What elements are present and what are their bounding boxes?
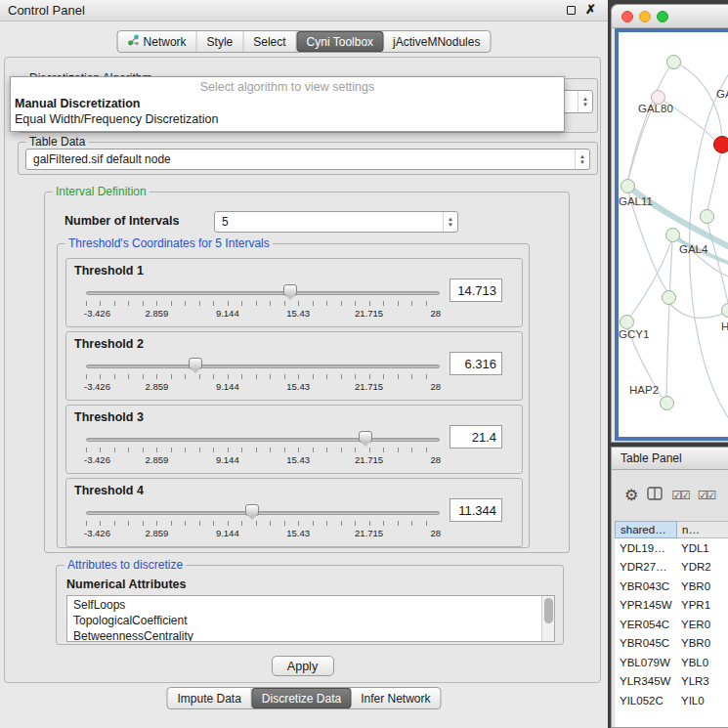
close-icon[interactable]: ✗ (585, 2, 596, 17)
dropdown-item-manual-discretization[interactable]: Manual Discretization (11, 96, 564, 111)
network-node[interactable] (621, 179, 635, 193)
attribute-list-item[interactable]: BetweennessCentrality (67, 628, 554, 642)
table-data-combo[interactable]: galFiltered.sif default node ▲▼ (25, 149, 590, 170)
threshold-value-field[interactable]: 14.713 (450, 278, 502, 302)
column-header-name[interactable]: n… (677, 521, 728, 538)
network-node-selected[interactable] (713, 136, 728, 153)
deselect-checkboxes-icon[interactable]: ☑☑ (698, 489, 715, 502)
attribute-list-item[interactable]: TopologicalCoefficient (67, 613, 554, 628)
threshold-value-field[interactable]: 11.344 (450, 498, 502, 522)
table-row[interactable]: YDL19…YDL1 (615, 538, 728, 558)
slider-scale: -3.4262.8599.14415.4321.71528 (86, 308, 440, 320)
cell-shared-name[interactable]: YBL079W (615, 657, 677, 668)
slider-scale: -3.4262.8599.14415.4321.71528 (86, 381, 440, 393)
cell-shared-name[interactable]: YLR345W (615, 675, 677, 687)
select-all-checkboxes-icon[interactable]: ☑☑ (671, 489, 689, 502)
slider-thumb[interactable] (189, 358, 202, 369)
close-traffic-light-icon[interactable] (621, 11, 633, 22)
float-window-icon[interactable] (567, 6, 576, 15)
cell-shared-name[interactable]: YBR043C (615, 580, 677, 592)
numerical-attributes-listbox[interactable]: SelfLoopsTopologicalCoefficientBetweenne… (66, 595, 555, 642)
scale-tick-label: 2.859 (146, 381, 169, 392)
network-canvas[interactable]: GAL80 GAL11 GAL4 GCY1 HAP2 GA H (615, 28, 728, 441)
tab-infer-network[interactable]: Infer Network (351, 688, 440, 708)
threshold-slider[interactable]: -3.4262.8599.14415.4321.71528 (86, 502, 440, 543)
settings-gear-icon[interactable]: ⚙ (624, 488, 638, 503)
slider-scale: -3.4262.8599.14415.4321.71528 (86, 454, 440, 466)
network-node[interactable] (700, 209, 714, 224)
scale-tick-label: -3.426 (84, 381, 110, 392)
tab-select[interactable]: Select (243, 31, 296, 52)
dropdown-item-equal-width[interactable]: Equal Width/Frequency Discretization (11, 111, 564, 127)
threshold-label: Threshold 3 (74, 410, 144, 424)
scale-tick-label: 2.859 (146, 528, 169, 538)
cell-shared-name[interactable]: YDR27… (615, 561, 677, 573)
cell-name[interactable]: YBR0 (677, 580, 728, 592)
scale-tick-label: 21.715 (355, 454, 383, 465)
threshold-slider[interactable]: -3.4262.8599.14415.4321.71528 (86, 429, 440, 470)
apply-button[interactable]: Apply (272, 656, 334, 676)
network-node[interactable] (662, 290, 676, 305)
network-node[interactable] (620, 315, 634, 329)
list-scrollbar[interactable] (541, 596, 554, 641)
cell-name[interactable]: YLR3 (677, 675, 728, 687)
column-manager-icon[interactable] (647, 487, 663, 504)
tab-style[interactable]: Style (197, 31, 244, 52)
scale-tick-label: 9.144 (216, 308, 239, 319)
network-node[interactable] (665, 228, 680, 242)
tab-impute-data[interactable]: Impute Data (167, 688, 251, 708)
slider-thumb[interactable] (245, 504, 259, 516)
threshold-slider[interactable]: -3.4262.8599.14415.4321.71528 (86, 356, 440, 397)
tab-cyni-toolbox[interactable]: Cyni Toolbox (297, 31, 383, 52)
scale-tick-label: -3.426 (84, 308, 110, 319)
table-row[interactable]: YBR045CYBR0 (615, 634, 728, 654)
node-label: GA (716, 88, 728, 100)
tab-jactivemnodules[interactable]: jActiveMNodules (383, 31, 490, 52)
cell-shared-name[interactable]: YPR145W (615, 599, 677, 611)
table-panel: Table Panel ⚙ ☑☑ ☑☑ shared… n… YDL19…YDL… (611, 447, 728, 728)
number-of-intervals-combo[interactable]: 5 ▲▼ (214, 211, 458, 233)
node-table: shared… n… YDL19…YDL1YDR27…YDR2YBR043CYB… (615, 521, 728, 727)
cell-name[interactable]: YPR1 (677, 599, 728, 611)
attribute-list-item[interactable]: SelfLoops (67, 597, 554, 613)
table-row[interactable]: YER054CYER0 (615, 615, 728, 634)
column-header-shared-name[interactable]: shared… (615, 521, 677, 538)
cell-shared-name[interactable]: YBR045C (615, 637, 677, 649)
table-row[interactable]: YBR043CYBR0 (615, 577, 728, 596)
cell-name[interactable]: YBR0 (677, 637, 728, 649)
cell-shared-name[interactable]: YER054C (615, 619, 677, 630)
tab-discretize-data[interactable]: Discretize Data (252, 688, 351, 708)
slider-track[interactable] (86, 364, 440, 368)
dropdown-placeholder-item[interactable]: Select algorithm to view settings (11, 77, 564, 96)
top-tab-strip: Network Style Select Cyni Toolbox jActiv… (117, 30, 492, 53)
slider-track[interactable] (86, 291, 440, 295)
threshold-value-field[interactable]: 21.4 (450, 425, 502, 449)
table-row[interactable]: YBL079WYBL0 (615, 653, 728, 672)
scrollbar-thumb[interactable] (544, 598, 553, 623)
scale-tick-label: 9.144 (216, 454, 239, 465)
slider-track[interactable] (86, 438, 440, 442)
cell-shared-name[interactable]: YDL19… (615, 542, 677, 554)
cell-name[interactable]: YDL1 (677, 542, 728, 554)
table-row[interactable]: YDR27…YDR2 (615, 558, 728, 578)
table-row[interactable]: YIL052CYIL0 (615, 691, 728, 710)
network-node[interactable] (666, 55, 681, 69)
threshold-value-field[interactable]: 6.316 (450, 352, 502, 375)
tab-network[interactable]: Network (118, 31, 197, 52)
table-row[interactable]: YLR345WYLR3 (615, 672, 728, 692)
slider-thumb[interactable] (359, 431, 372, 443)
cell-name[interactable]: YDR2 (677, 561, 728, 573)
threshold-panel-1: Threshold 1 -3.4262.8599.14415.4321.7152… (65, 258, 523, 327)
network-node[interactable] (660, 396, 674, 410)
cell-name[interactable]: YER0 (677, 619, 728, 630)
threshold-slider[interactable]: -3.4262.8599.14415.4321.71528 (86, 282, 440, 323)
table-row[interactable]: YPR145WYPR1 (615, 596, 728, 616)
threshold-panel-4: Threshold 4 -3.4262.8599.14415.4321.7152… (65, 478, 523, 547)
cell-shared-name[interactable]: YIL052C (615, 695, 677, 707)
zoom-traffic-light-icon[interactable] (657, 11, 668, 22)
slider-thumb[interactable] (283, 284, 297, 296)
minimize-traffic-light-icon[interactable] (639, 11, 651, 22)
cell-name[interactable]: YBL0 (677, 657, 728, 668)
slider-track[interactable] (86, 511, 440, 515)
cell-name[interactable]: YIL0 (677, 695, 728, 707)
